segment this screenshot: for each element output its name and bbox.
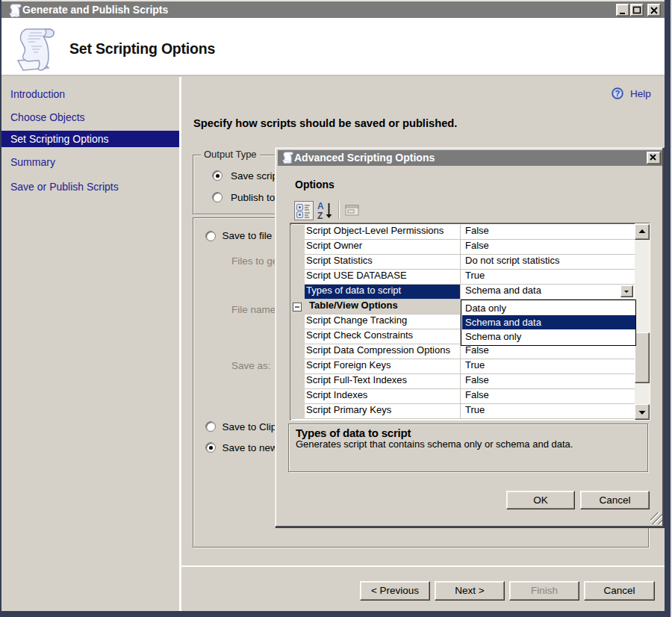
svg-text:Z: Z <box>317 211 323 220</box>
svg-text:A: A <box>317 201 324 211</box>
svg-text:?: ? <box>615 89 620 98</box>
